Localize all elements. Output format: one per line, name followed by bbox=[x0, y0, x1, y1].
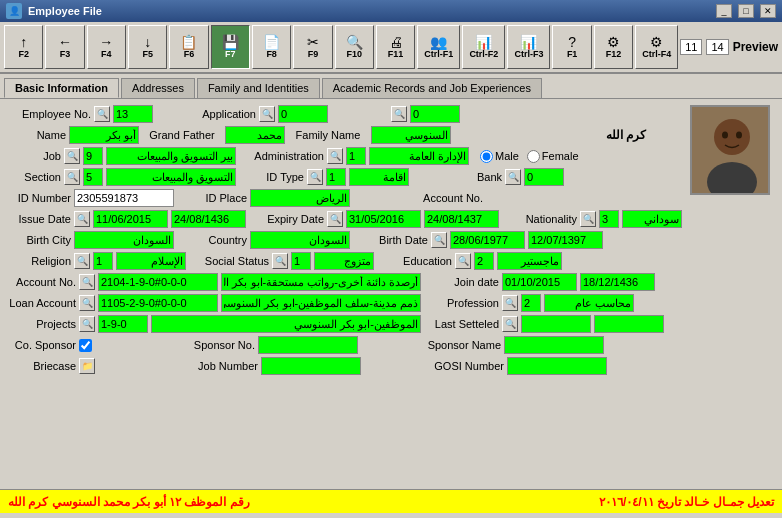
extra-input[interactable] bbox=[410, 105, 460, 123]
expiry-date-greg-input[interactable] bbox=[346, 210, 421, 228]
profession-code-input[interactable] bbox=[521, 294, 541, 312]
ctrl-f3-button[interactable]: 📊 Ctrl-F3 bbox=[507, 25, 550, 69]
education-name-input[interactable] bbox=[497, 252, 562, 270]
nationality-name-input[interactable] bbox=[622, 210, 682, 228]
grandfather-input[interactable] bbox=[225, 126, 285, 144]
f6-button[interactable]: 📋 F6 bbox=[169, 25, 208, 69]
tab-addresses[interactable]: Addresses bbox=[121, 78, 195, 98]
f2-button[interactable]: ↑ F2 bbox=[4, 25, 43, 69]
birth-date-search[interactable]: 🔍 bbox=[431, 232, 447, 248]
bank-search[interactable]: 🔍 bbox=[505, 169, 521, 185]
briefcase-icon[interactable]: 📁 bbox=[79, 358, 95, 374]
job-name-input[interactable] bbox=[106, 147, 236, 165]
f9-button[interactable]: ✂ F9 bbox=[293, 25, 332, 69]
maximize-button[interactable]: □ bbox=[738, 4, 754, 18]
account-desc-input[interactable] bbox=[221, 273, 421, 291]
id-type-code-input[interactable] bbox=[326, 168, 346, 186]
education-search[interactable]: 🔍 bbox=[455, 253, 471, 269]
last-settled-input1[interactable] bbox=[521, 315, 591, 333]
join-date-greg-input[interactable] bbox=[502, 273, 577, 291]
religion-code-input[interactable] bbox=[93, 252, 113, 270]
ctrl-f4-button[interactable]: ⚙ Ctrl-F4 bbox=[635, 25, 678, 69]
social-status-search[interactable]: 🔍 bbox=[272, 253, 288, 269]
employee-no-input[interactable] bbox=[113, 105, 153, 123]
employee-photo bbox=[690, 105, 770, 195]
admin-search[interactable]: 🔍 bbox=[327, 148, 343, 164]
loan-account-input[interactable] bbox=[98, 294, 218, 312]
gosi-number-input[interactable] bbox=[507, 357, 607, 375]
nationality-search[interactable]: 🔍 bbox=[580, 211, 596, 227]
loan-search[interactable]: 🔍 bbox=[79, 295, 95, 311]
f7-button[interactable]: 💾 F7 bbox=[211, 25, 250, 69]
job-code-input[interactable] bbox=[83, 147, 103, 165]
profession-search[interactable]: 🔍 bbox=[502, 295, 518, 311]
profession-name-input[interactable] bbox=[544, 294, 634, 312]
bank-code-input[interactable] bbox=[524, 168, 564, 186]
f11-button[interactable]: 🖨 F11 bbox=[376, 25, 415, 69]
join-date-hijri-input[interactable] bbox=[580, 273, 655, 291]
female-radio[interactable]: Female bbox=[527, 150, 579, 163]
minimize-button[interactable]: _ bbox=[716, 4, 732, 18]
last-settled-input2[interactable] bbox=[594, 315, 664, 333]
id-type-name-input[interactable] bbox=[349, 168, 409, 186]
issue-date-search[interactable]: 🔍 bbox=[74, 211, 90, 227]
section-search[interactable]: 🔍 bbox=[64, 169, 80, 185]
religion-search[interactable]: 🔍 bbox=[74, 253, 90, 269]
id-type-search[interactable]: 🔍 bbox=[307, 169, 323, 185]
tab-academic-records[interactable]: Academic Records and Job Experiences bbox=[322, 78, 542, 98]
country-input[interactable] bbox=[250, 231, 350, 249]
f10-button[interactable]: 🔍 F10 bbox=[335, 25, 374, 69]
account-no-search[interactable]: 🔍 bbox=[79, 274, 95, 290]
projects-desc-input[interactable] bbox=[151, 315, 421, 333]
birth-date-greg-input[interactable] bbox=[450, 231, 525, 249]
ctrl-f1-button[interactable]: 👥 Ctrl-F1 bbox=[417, 25, 460, 69]
issue-date-greg-input[interactable] bbox=[93, 210, 168, 228]
social-status-label: Social Status bbox=[194, 255, 269, 267]
birth-date-hijri-input[interactable] bbox=[528, 231, 603, 249]
birth-city-row: Birth City Country Birth Date 🔍 bbox=[6, 231, 776, 249]
admin-name-input[interactable] bbox=[369, 147, 469, 165]
social-code-input[interactable] bbox=[291, 252, 311, 270]
religion-name-input[interactable] bbox=[116, 252, 186, 270]
f4-button[interactable]: → F4 bbox=[87, 25, 126, 69]
loan-desc-input[interactable] bbox=[221, 294, 421, 312]
f1-button[interactable]: ? F1 bbox=[552, 25, 591, 69]
id-number-input[interactable] bbox=[74, 189, 174, 207]
sponsor-no-input[interactable] bbox=[258, 336, 358, 354]
employee-no-search[interactable]: 🔍 bbox=[94, 106, 110, 122]
first-name-input[interactable] bbox=[69, 126, 139, 144]
f5-button[interactable]: ↓ F5 bbox=[128, 25, 167, 69]
f12-button[interactable]: ⚙ F12 bbox=[594, 25, 633, 69]
f3-button[interactable]: ← F3 bbox=[45, 25, 84, 69]
account-no-input[interactable] bbox=[98, 273, 218, 291]
f8-button[interactable]: 📄 F8 bbox=[252, 25, 291, 69]
projects-search[interactable]: 🔍 bbox=[79, 316, 95, 332]
job-number-input[interactable] bbox=[261, 357, 361, 375]
birth-city-input[interactable] bbox=[74, 231, 174, 249]
application-input[interactable] bbox=[278, 105, 328, 123]
issue-date-hijri-input[interactable] bbox=[171, 210, 246, 228]
section-name-input[interactable] bbox=[106, 168, 236, 186]
tab-basic-information[interactable]: Basic Information bbox=[4, 78, 119, 98]
family-name-input[interactable] bbox=[371, 126, 451, 144]
projects-code-input[interactable] bbox=[98, 315, 148, 333]
social-name-input[interactable] bbox=[314, 252, 374, 270]
application-search[interactable]: 🔍 bbox=[259, 106, 275, 122]
section-code-input[interactable] bbox=[83, 168, 103, 186]
last-settled-search[interactable]: 🔍 bbox=[502, 316, 518, 332]
job-search[interactable]: 🔍 bbox=[64, 148, 80, 164]
admin-code-input[interactable] bbox=[346, 147, 366, 165]
male-radio[interactable]: Male bbox=[480, 150, 519, 163]
page-num-1: 11 bbox=[680, 39, 702, 55]
tab-family-identities[interactable]: Family and Identities bbox=[197, 78, 320, 98]
education-code-input[interactable] bbox=[474, 252, 494, 270]
ctrl-f2-button[interactable]: 📊 Ctrl-F2 bbox=[462, 25, 505, 69]
nationality-code-input[interactable] bbox=[599, 210, 619, 228]
co-sponsor-checkbox[interactable] bbox=[79, 339, 92, 352]
sponsor-name-input[interactable] bbox=[504, 336, 604, 354]
id-place-input[interactable] bbox=[250, 189, 350, 207]
expiry-date-hijri-input[interactable] bbox=[424, 210, 499, 228]
close-button[interactable]: ✕ bbox=[760, 4, 776, 18]
expiry-date-search[interactable]: 🔍 bbox=[327, 211, 343, 227]
extra-search[interactable]: 🔍 bbox=[391, 106, 407, 122]
